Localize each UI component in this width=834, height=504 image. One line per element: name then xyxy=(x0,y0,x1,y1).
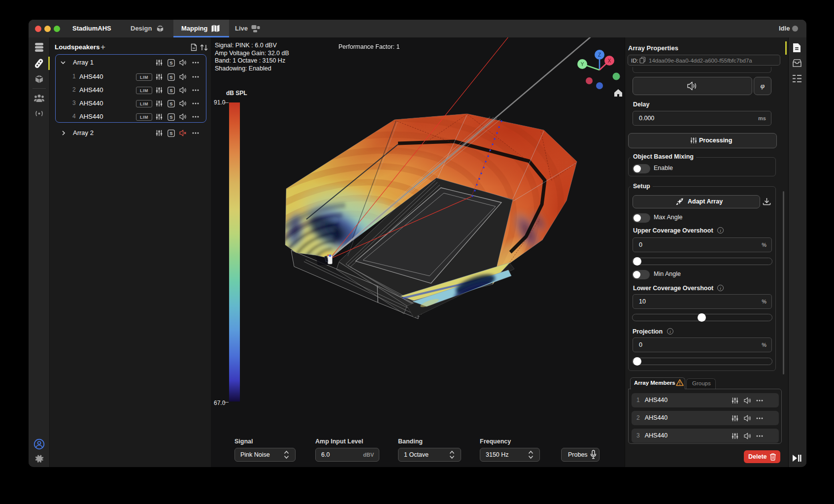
svg-text:Y: Y xyxy=(581,62,584,67)
svg-text:X: X xyxy=(608,58,611,64)
svg-text:Z: Z xyxy=(598,52,601,58)
